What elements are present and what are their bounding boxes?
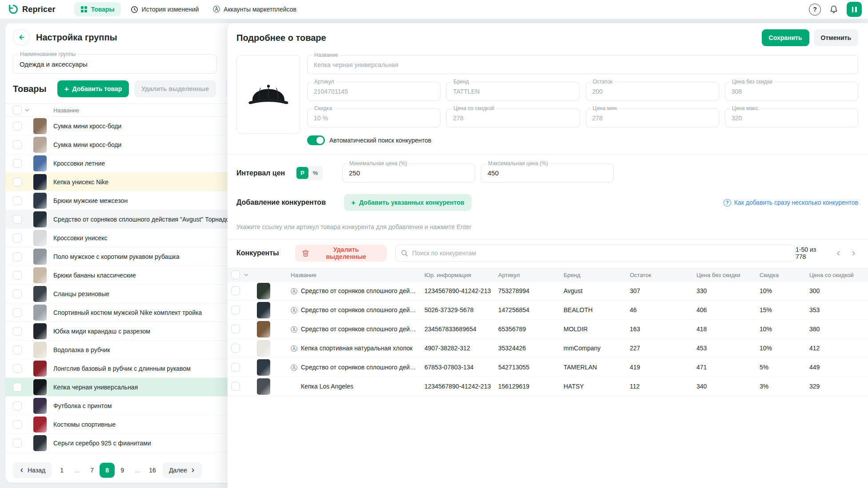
pause-repricing-button[interactable] — [847, 2, 862, 17]
field-value: 2104701145 — [314, 88, 348, 95]
competitor-row[interactable]: Ⓐ Средство от сорняков сплошного действи… — [228, 320, 868, 339]
col-name: Название — [291, 272, 424, 278]
bulk-add-help-link[interactable]: ? Как добавить сразу несколько конкурент… — [724, 199, 858, 206]
row-checkbox[interactable] — [13, 327, 22, 336]
notifications-button[interactable] — [827, 3, 840, 16]
pagination-back-button[interactable]: Назад — [13, 462, 52, 478]
back-button[interactable] — [13, 29, 30, 46]
chevron-down-icon[interactable] — [24, 107, 30, 113]
help-icon: ? — [813, 6, 817, 13]
row-checkbox[interactable] — [13, 122, 22, 131]
marketplace-icon: Ⓐ — [213, 6, 220, 13]
row-checkbox[interactable] — [13, 178, 22, 186]
row-checkbox[interactable] — [231, 344, 240, 353]
pagination-page-9[interactable]: 9 — [115, 463, 130, 478]
row-checkbox[interactable] — [13, 196, 22, 205]
min-price-input[interactable] — [349, 169, 468, 177]
add-specified-competitors-button[interactable]: + Добавить указанных конкурентов — [344, 194, 472, 211]
unit-rub-button[interactable]: Р — [296, 167, 308, 179]
product-thumbnail — [33, 267, 47, 283]
page-title: Настройка группы — [36, 32, 117, 43]
row-checkbox[interactable] — [13, 271, 22, 280]
clock-icon — [131, 6, 138, 13]
competitor-row[interactable]: Ⓐ Кепка спортивная натуральная хлопок 49… — [228, 339, 868, 358]
delete-selected-products-button[interactable]: Удалить выделенные — [134, 80, 216, 97]
select-all-checkbox[interactable] — [13, 106, 22, 115]
product-thumbnail — [33, 435, 47, 451]
nav-marketplace-accounts[interactable]: Ⓐ Аккаунты маркетплейсов — [208, 2, 301, 16]
help-button[interactable]: ? — [809, 4, 821, 16]
add-product-button[interactable]: + Добавить товар — [57, 80, 129, 97]
competitor-row[interactable]: Ⓐ Средство от сорняков сплошного действи… — [228, 301, 868, 320]
auto-search-toggle[interactable] — [307, 135, 325, 145]
pagination-page-7[interactable]: 7 — [84, 463, 100, 478]
product-form: Название Кепка черная универсальная Арти… — [228, 52, 868, 145]
competitor-search-input[interactable] — [412, 250, 790, 257]
row-checkbox[interactable] — [231, 382, 240, 391]
competitor-name: Средство от сорняков сплошного действия.… — [301, 325, 418, 333]
row-checkbox[interactable] — [13, 140, 22, 149]
delete-selected-label: Удалить выделенные — [141, 85, 209, 92]
nav-history[interactable]: История изменений — [126, 2, 204, 17]
competitor-stock: 419 — [630, 364, 696, 371]
product-thumbnail — [33, 155, 47, 171]
row-checkbox[interactable] — [13, 159, 22, 168]
row-checkbox[interactable] — [13, 215, 22, 224]
chevron-down-icon[interactable] — [244, 272, 249, 278]
pagination-page-8[interactable]: 8 — [100, 463, 115, 478]
competitor-row[interactable]: Ⓐ Средство от сорняков сплошного действи… — [228, 358, 868, 377]
field-label: Артикул — [312, 79, 336, 85]
marketplace-icon: Ⓐ — [291, 288, 297, 294]
competitor-row[interactable]: Ⓐ Кепка Los Angeles 1234567890-41242-213… — [228, 377, 868, 396]
row-checkbox[interactable] — [13, 401, 22, 410]
nav-products[interactable]: Товары — [74, 2, 121, 16]
competitors-title: Конкуренты — [236, 249, 295, 257]
row-checkbox[interactable] — [231, 363, 240, 372]
add-competitors-label: Добавить указанных конкурентов — [359, 199, 464, 206]
competitor-legal-info: 4907-38282-312 — [424, 345, 498, 352]
row-checkbox[interactable] — [13, 234, 22, 242]
field-stock: Остаток 200 — [586, 82, 719, 101]
marketplace-icon: Ⓐ — [291, 345, 297, 352]
row-checkbox[interactable] — [231, 325, 240, 333]
product-detail-drawer: Подробнее о товаре Сохранить Отменить На… — [228, 23, 868, 488]
competitor-legal-info: 1234567890-41242-213 — [424, 287, 498, 294]
product-thumbnail — [33, 286, 47, 302]
group-name-input[interactable] — [20, 60, 210, 68]
max-price-input[interactable] — [488, 169, 607, 177]
delete-selected-competitors-button[interactable]: Удалить выделенные — [295, 245, 387, 262]
col-sku: Артикул — [498, 272, 564, 278]
competitors-prev-button[interactable] — [833, 248, 843, 258]
col-discount: Скидка — [760, 272, 809, 278]
cancel-button[interactable]: Отменить — [814, 29, 858, 46]
competitor-legal-info: 5026-37329-5678 — [424, 306, 498, 313]
competitor-discount: 3% — [760, 383, 809, 390]
row-checkbox[interactable] — [231, 305, 240, 314]
row-checkbox[interactable] — [231, 286, 240, 295]
row-checkbox[interactable] — [13, 383, 22, 392]
row-checkbox[interactable] — [13, 420, 22, 429]
unit-percent-button[interactable]: % — [309, 167, 321, 179]
pagination-page-1[interactable]: 1 — [54, 463, 69, 478]
pagination-page-16[interactable]: 16 — [145, 463, 160, 478]
save-button[interactable]: Сохранить — [762, 29, 809, 46]
min-price-field: Минимальная цена (%) — [342, 163, 475, 183]
competitors-next-button[interactable] — [848, 248, 858, 258]
competitor-row[interactable]: Ⓐ Средство от сорняков сплошного действи… — [228, 282, 868, 301]
plus-icon: + — [64, 85, 69, 93]
info-icon: ? — [724, 199, 731, 206]
row-checkbox[interactable] — [13, 308, 22, 317]
competitor-thumbnail — [257, 378, 270, 395]
row-checkbox[interactable] — [13, 364, 22, 373]
competitor-thumbnail — [257, 321, 270, 337]
row-checkbox[interactable] — [13, 439, 22, 448]
row-checkbox[interactable] — [13, 290, 22, 298]
pagination-ellipsis: ... — [69, 463, 84, 478]
row-checkbox[interactable] — [13, 345, 22, 354]
row-checkbox[interactable] — [13, 252, 22, 261]
product-thumbnail — [33, 174, 47, 190]
select-all-competitors-checkbox[interactable] — [231, 270, 240, 279]
field-price-min: Цена мин. 278 — [586, 108, 719, 127]
pagination-next-button[interactable]: Далее — [163, 462, 202, 478]
nav-marketplace-accounts-label: Аккаунты маркетплейсов — [224, 6, 296, 13]
